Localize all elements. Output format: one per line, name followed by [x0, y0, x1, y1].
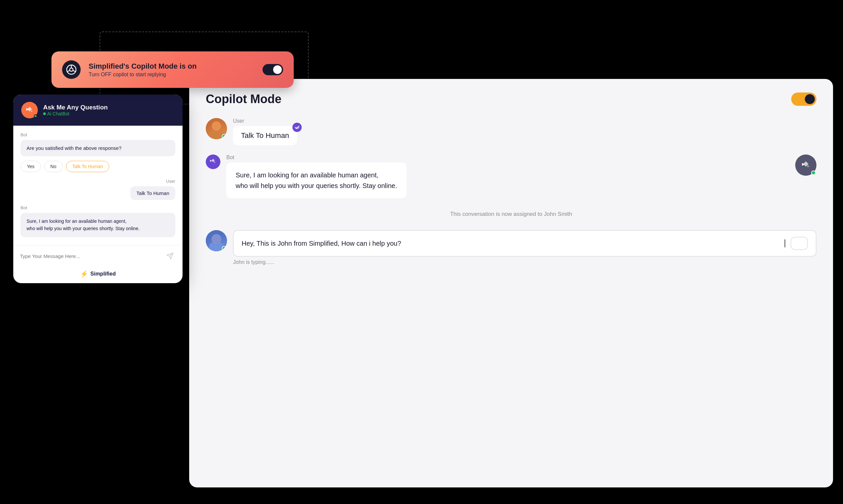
- agent-message-col: Hey, This is John from Simplified, How c…: [233, 230, 816, 265]
- bot-sender-label: Bot: [226, 155, 407, 161]
- agent-avatar: [206, 230, 227, 251]
- svg-point-1: [70, 68, 73, 71]
- svg-line-4: [73, 70, 75, 72]
- agent-input-text: Hey, This is John from Simplified, How c…: [242, 240, 779, 247]
- simplified-logo-icon: ⚡: [80, 270, 88, 278]
- chatbot-footer: ⚡ Simplified: [13, 267, 183, 283]
- bot-avatar: [21, 102, 38, 119]
- banner-subtitle: Turn OFF copilot to start replying: [89, 72, 255, 77]
- copilot-panel-header: Copilot Mode: [206, 92, 816, 106]
- chatbot-input-area: [13, 245, 183, 267]
- simplified-logo: ⚡ Simplified: [80, 270, 116, 278]
- yes-btn[interactable]: Yes: [21, 161, 41, 172]
- agent-send-icon[interactable]: [791, 237, 808, 250]
- user-bubble: Talk To Human: [233, 126, 297, 145]
- talk-to-human-btn[interactable]: Talk To Human: [66, 161, 109, 172]
- user-avatar: [206, 118, 227, 139]
- agent-input-box[interactable]: Hey, This is John from Simplified, How c…: [233, 230, 816, 257]
- copilot-banner-toggle[interactable]: [262, 64, 283, 75]
- bot-message-1: Are you satisfied with the above respons…: [21, 140, 175, 156]
- bot-icon-circle: [206, 155, 220, 169]
- banner-title: Simplified's Copilot Mode is on: [89, 62, 255, 71]
- bot-message-2: Sure, I am looking for an available huma…: [21, 213, 175, 237]
- copilot-panel-toggle[interactable]: [791, 92, 816, 106]
- no-btn[interactable]: No: [44, 161, 63, 172]
- agent-row: Hey, This is John from Simplified, How c…: [206, 230, 816, 265]
- chatbot-widget: Ask Me Any Question Ai ChatBot Bot Are y…: [13, 94, 183, 283]
- svg-line-3: [67, 70, 70, 72]
- chatbot-input[interactable]: [20, 253, 161, 259]
- bot-message-row: Bot Sure, I am looking for an available …: [206, 155, 816, 198]
- typing-indicator: John is typing......: [233, 259, 816, 265]
- chatbot-title: Ask Me Any Question: [43, 104, 108, 111]
- chatbot-subtitle: Ai ChatBot: [43, 111, 108, 116]
- user-message-row: User Talk To Human: [206, 118, 816, 145]
- bot-label-1: Bot: [21, 132, 175, 137]
- send-button[interactable]: [164, 250, 176, 262]
- steering-wheel-icon: [62, 60, 81, 79]
- bot-bubble: Sure, I am looking for an available huma…: [226, 162, 407, 198]
- chatbot-body: Bot Are you satisfied with the above res…: [13, 126, 183, 245]
- quick-replies: Yes No Talk To Human: [21, 161, 175, 172]
- copilot-panel: Copilot Mode User Talk To Human: [189, 79, 833, 487]
- bot-message-col: Bot Sure, I am looking for an available …: [226, 155, 407, 198]
- user-message-1: Talk To Human: [21, 186, 175, 200]
- read-receipt: [292, 123, 302, 132]
- simplified-logo-text: Simplified: [90, 271, 116, 277]
- user-sender-label: User: [233, 118, 297, 124]
- header-info: Ask Me Any Question Ai ChatBot: [43, 104, 108, 116]
- bot-simplified-avatar: [795, 155, 816, 176]
- user-label-1: User: [21, 179, 175, 184]
- banner-text: Simplified's Copilot Mode is on Turn OFF…: [89, 62, 255, 78]
- copilot-banner: Simplified's Copilot Mode is on Turn OFF…: [51, 51, 294, 88]
- copilot-panel-title: Copilot Mode: [206, 92, 281, 106]
- assignment-notice: This conversation is now assigned to Joh…: [206, 211, 816, 217]
- chatbot-header: Ask Me Any Question Ai ChatBot: [13, 94, 183, 126]
- bot-label-2: Bot: [21, 205, 175, 210]
- cursor: [785, 239, 785, 247]
- chat-area: User Talk To Human: [206, 118, 816, 265]
- user-message-col: User Talk To Human: [233, 118, 297, 145]
